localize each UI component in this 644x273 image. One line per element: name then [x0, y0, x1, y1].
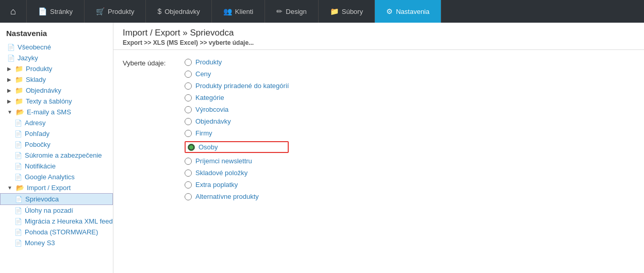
- radio-alternativne[interactable]: [185, 193, 192, 200]
- chevron-right-icon: ▶: [7, 66, 11, 72]
- nav-label-design: Design: [286, 8, 306, 15]
- radio-label-prijemci[interactable]: Príjemci newslettru: [195, 157, 252, 165]
- sidebar-label-sprievodca: Sprievodca: [25, 195, 59, 203]
- nav-item-nastavenia[interactable]: ⚙ Nastavenia: [375, 0, 441, 23]
- radio-item-prijemci[interactable]: Príjemci newslettru: [185, 157, 289, 165]
- subory-icon: 📁: [330, 7, 339, 15]
- radio-prijemci[interactable]: [185, 158, 192, 165]
- radio-item-produkty[interactable]: Produkty: [185, 58, 289, 66]
- nastavenia-icon: ⚙: [386, 7, 393, 15]
- nav-item-objednavky[interactable]: $ Objednávky: [146, 0, 211, 23]
- sidebar-item-adresy[interactable]: 📄 Adresy: [0, 117, 113, 128]
- produkty-icon: 🛒: [96, 7, 105, 15]
- sidebar-item-pobocky[interactable]: 📄 Pobočky: [0, 139, 113, 150]
- radio-label-extra[interactable]: Extra poplatky: [195, 181, 238, 189]
- folder-icon: 📁: [15, 87, 23, 94]
- sidebar-item-objednavky[interactable]: ▶ 📁 Objednávky: [0, 85, 113, 96]
- radio-label-vyrobcovia[interactable]: Výrobcovia: [195, 106, 228, 113]
- radio-label-objednavky[interactable]: Objednávky: [195, 117, 231, 125]
- file-icon: 📄: [14, 152, 22, 159]
- radio-item-priradene[interactable]: Produkty priradené do kategórií: [185, 82, 289, 90]
- file-icon: 📄: [15, 196, 23, 203]
- radio-kategorie[interactable]: [185, 94, 192, 101]
- sidebar-label-pobocky: Pobočky: [25, 141, 51, 148]
- file-icon: 📄: [14, 207, 22, 214]
- sidebar-label-vseobecne: Všeobecné: [18, 43, 51, 51]
- sidebar-label-produkty: Produkty: [26, 65, 52, 73]
- sidebar-item-sprievodca[interactable]: 📄 Sprievodca: [0, 193, 113, 205]
- sidebar-label-analytics: Google Analytics: [25, 173, 75, 181]
- sidebar-item-ulohy[interactable]: 📄 Úlohy na pozadí: [0, 205, 113, 216]
- radio-label-firmy[interactable]: Firmy: [195, 129, 212, 137]
- sidebar-item-texty[interactable]: ▶ 📁 Texty a šablóny: [0, 96, 113, 107]
- radio-label-alternativne[interactable]: Alternatívne produkty: [195, 193, 259, 200]
- file-icon: 📄: [7, 44, 15, 51]
- sidebar-item-migracia[interactable]: 📄 Migrácia z Heureka XML feedu: [0, 216, 113, 227]
- radio-skladove[interactable]: [185, 169, 192, 177]
- radio-label-skladove[interactable]: Skladové položky: [195, 169, 247, 177]
- sidebar-item-produkty[interactable]: ▶ 📁 Produkty: [0, 63, 113, 74]
- radio-item-alternativne[interactable]: Alternatívne produkty: [185, 193, 289, 200]
- radio-label-kategorie[interactable]: Kategórie: [195, 94, 224, 101]
- sidebar-label-ulohy: Úlohy na pozadí: [25, 207, 73, 214]
- home-button[interactable]: ⌂: [0, 0, 27, 23]
- sidebar-item-analytics[interactable]: 📄 Google Analytics: [0, 172, 113, 182]
- sidebar-item-pohoda[interactable]: 📄 Pohoda (STORMWARE): [0, 227, 113, 237]
- sidebar-label-pohoda: Pohoda (STORMWARE): [25, 228, 98, 236]
- sidebar-item-money[interactable]: 📄 Money S3: [0, 237, 113, 248]
- radio-osoby[interactable]: [188, 144, 195, 151]
- radio-priradene[interactable]: [185, 82, 192, 90]
- chevron-right-icon: ▶: [7, 98, 11, 104]
- nav-item-klienti[interactable]: 👥 Klienti: [212, 0, 265, 23]
- radio-item-extra[interactable]: Extra poplatky: [185, 181, 289, 189]
- nav-item-subory[interactable]: 📁 Súbory: [319, 0, 375, 23]
- file-icon: 📄: [14, 120, 22, 127]
- radio-item-ceny[interactable]: Ceny: [185, 70, 289, 78]
- nav-label-produkty: Produkty: [108, 8, 134, 15]
- sidebar-item-emaily[interactable]: ▼ 📂 E-maily a SMS: [0, 107, 113, 117]
- sidebar-label-jazyky: Jazyky: [18, 54, 38, 62]
- radio-vyrobcovia[interactable]: [185, 106, 192, 113]
- sidebar-label-notifikacie: Notifikácie: [25, 162, 56, 170]
- radio-item-vyrobcovia[interactable]: Výrobcovia: [185, 106, 289, 113]
- stranky-icon: 📄: [38, 7, 47, 15]
- radio-objednavky[interactable]: [185, 118, 192, 125]
- radio-ceny[interactable]: [185, 71, 192, 78]
- radio-label-produkty[interactable]: Produkty: [195, 58, 222, 66]
- file-icon: 📄: [14, 229, 22, 236]
- sidebar-item-notifikacie[interactable]: 📄 Notifikácie: [0, 161, 113, 172]
- sidebar-item-pohlady[interactable]: 📄 Pohľady: [0, 128, 113, 139]
- file-icon: 📄: [14, 141, 22, 148]
- content-header: Import / Export » Sprievodca Export >> X…: [113, 23, 644, 50]
- sidebar-label-texty: Texty a šablóny: [26, 97, 72, 105]
- file-icon: 📄: [14, 174, 22, 181]
- main-layout: Nastavenia 📄 Všeobecné 📄 Jazyky ▶ 📁 Prod…: [0, 23, 644, 273]
- radio-label-ceny[interactable]: Ceny: [195, 70, 211, 78]
- nav-item-produkty[interactable]: 🛒 Produkty: [85, 0, 146, 23]
- sidebar-item-sklady[interactable]: ▶ 📁 Sklady: [0, 74, 113, 85]
- design-icon: ✏: [276, 7, 283, 15]
- radio-item-osoby[interactable]: Osoby: [185, 141, 289, 153]
- content-body: Vyberte údaje: Produkty Ceny: [113, 50, 644, 209]
- radio-item-skladove[interactable]: Skladové položky: [185, 169, 289, 177]
- radio-item-firmy[interactable]: Firmy: [185, 129, 289, 137]
- radio-label-priradene[interactable]: Produkty priradené do kategórií: [195, 82, 289, 90]
- sidebar-item-sukromie[interactable]: 📄 Súkromie a zabezpečenie: [0, 150, 113, 161]
- sidebar-item-vseobecne[interactable]: 📄 Všeobecné: [0, 42, 113, 53]
- sidebar-item-jazyky[interactable]: 📄 Jazyky: [0, 53, 113, 63]
- radio-label-osoby[interactable]: Osoby: [199, 143, 218, 151]
- sidebar-label-pohlady: Pohľady: [25, 130, 49, 138]
- radio-firmy[interactable]: [185, 130, 192, 137]
- radio-extra[interactable]: [185, 181, 192, 189]
- nav-item-stranky[interactable]: 📄 Stránky: [27, 0, 85, 23]
- folder-open-icon: 📂: [16, 108, 24, 116]
- nav-label-nastavenia: Nastavenia: [396, 8, 430, 15]
- nav-item-design[interactable]: ✏ Design: [265, 0, 318, 23]
- nav-label-stranky: Stránky: [50, 8, 73, 15]
- radio-item-kategorie[interactable]: Kategórie: [185, 94, 289, 101]
- sidebar-label-sukromie: Súkromie a zabezpečenie: [25, 151, 102, 159]
- radio-item-objednavky[interactable]: Objednávky: [185, 117, 289, 125]
- sidebar-item-import-export[interactable]: ▼ 📂 Import / Export: [0, 182, 113, 193]
- chevron-right-icon: ▶: [7, 88, 11, 93]
- radio-produkty[interactable]: [185, 59, 192, 66]
